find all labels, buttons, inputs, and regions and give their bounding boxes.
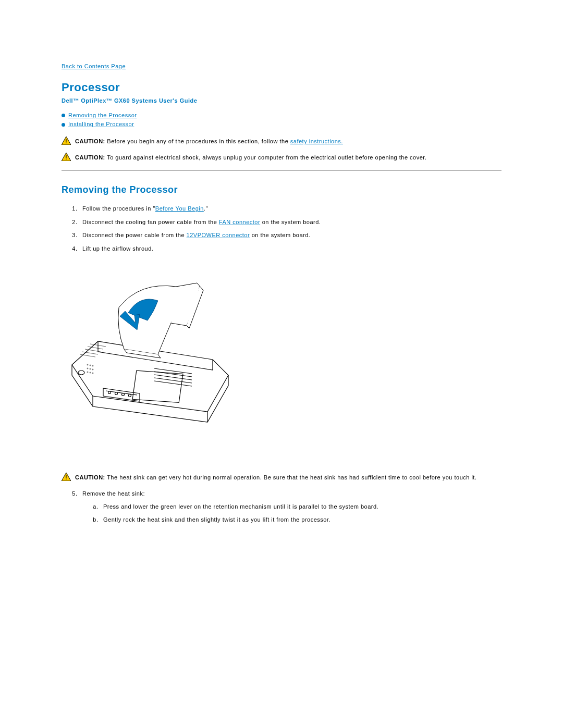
svg-point-5 xyxy=(122,393,125,396)
toc-list: Removing the Processor Installing the Pr… xyxy=(62,112,501,129)
toc-link-removing[interactable]: Removing the Processor xyxy=(68,112,137,118)
before-you-begin-link[interactable]: Before You Begin xyxy=(155,205,204,212)
svg-point-9 xyxy=(90,365,91,366)
svg-point-14 xyxy=(87,372,88,373)
caution-icon: ! xyxy=(62,473,71,483)
svg-point-12 xyxy=(90,368,91,369)
safety-instructions-link[interactable]: safety instructions. xyxy=(290,138,343,144)
step-item: Lift up the airflow shroud. xyxy=(79,245,501,253)
section-heading: Removing the Processor xyxy=(62,183,501,196)
svg-point-6 xyxy=(129,394,131,397)
step-item: Follow the procedures in "Before You Beg… xyxy=(79,205,501,213)
step-list: Follow the procedures in "Before You Beg… xyxy=(62,205,501,253)
step-item: Remove the heat sink: Press and lower th… xyxy=(79,490,501,524)
divider xyxy=(62,170,501,171)
page-title: Processor xyxy=(62,80,501,96)
svg-point-8 xyxy=(87,364,88,365)
svg-point-11 xyxy=(87,368,88,369)
step-text: on the system board. xyxy=(260,219,321,225)
step-list-continued: Remove the heat sink: Press and lower th… xyxy=(62,490,501,524)
fan-connector-link[interactable]: FAN connector xyxy=(219,219,260,225)
substep-item: Gently rock the heat sink and then sligh… xyxy=(100,516,501,524)
step-text: Follow the procedures in " xyxy=(82,205,155,212)
caution-label: CAUTION: xyxy=(75,138,105,144)
caution-text: CAUTION: Before you begin any of the pro… xyxy=(75,138,343,145)
svg-text:!: ! xyxy=(65,474,67,480)
caution-icon: ! xyxy=(62,153,71,163)
caution-label: CAUTION: xyxy=(75,474,105,480)
12vpower-connector-link[interactable]: 12VPOWER connector xyxy=(187,232,250,238)
toc-item: Installing the Processor xyxy=(62,120,501,128)
caution-body: Before you begin any of the procedures i… xyxy=(105,138,290,144)
svg-point-13 xyxy=(92,369,93,370)
caution-body: The heat sink can get very hot during no… xyxy=(105,474,477,480)
caution-text: CAUTION: The heat sink can get very hot … xyxy=(75,474,476,482)
toc-link-installing[interactable]: Installing the Processor xyxy=(68,121,134,127)
svg-point-10 xyxy=(92,365,93,366)
caution-text: CAUTION: To guard against electrical sho… xyxy=(75,154,426,162)
svg-point-16 xyxy=(92,373,93,374)
page-subtitle: Dell™ OptiPlex™ GX60 Systems User's Guid… xyxy=(62,97,501,105)
substep-list: Press and lower the green lever on the r… xyxy=(82,503,501,524)
bullet-icon xyxy=(62,123,65,127)
step-item: Disconnect the power cable from the 12VP… xyxy=(79,231,501,239)
caution-icon: ! xyxy=(62,137,71,147)
step-text: Disconnect the cooling fan power cable f… xyxy=(82,219,219,225)
svg-text:!: ! xyxy=(65,138,67,144)
svg-text:!: ! xyxy=(65,154,67,161)
substep-item: Press and lower the green lever on the r… xyxy=(100,503,501,511)
caution-label: CAUTION: xyxy=(75,154,105,161)
step-text: ." xyxy=(204,205,208,212)
step-text: on the system board. xyxy=(250,232,310,238)
caution-block: ! CAUTION: The heat sink can get very ho… xyxy=(62,474,501,483)
back-to-contents-link[interactable]: Back to Contents Page xyxy=(62,63,126,69)
toc-item: Removing the Processor xyxy=(62,112,501,119)
svg-point-15 xyxy=(90,372,91,373)
step-text: Disconnect the power cable from the xyxy=(82,232,187,238)
bullet-icon xyxy=(62,114,65,117)
caution-block: ! CAUTION: Before you begin any of the p… xyxy=(62,138,501,147)
caution-block: ! CAUTION: To guard against electrical s… xyxy=(62,154,501,163)
svg-point-2 xyxy=(78,371,84,375)
caution-body: To guard against electrical shock, alway… xyxy=(105,154,427,161)
step-text: Remove the heat sink: xyxy=(82,490,145,497)
step-item: Disconnect the cooling fan power cable f… xyxy=(79,218,501,226)
airflow-shroud-diagram xyxy=(67,274,501,453)
